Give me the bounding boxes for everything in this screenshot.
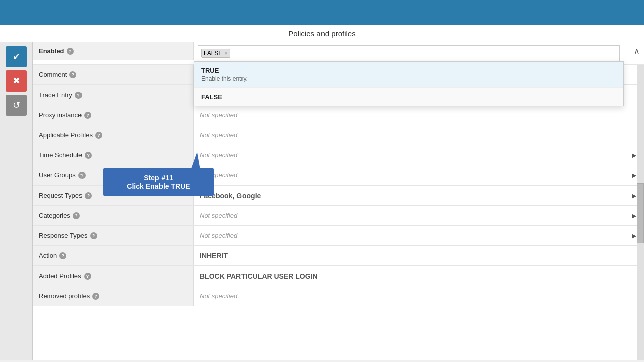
scrollbar-thumb[interactable] xyxy=(637,183,644,243)
response-types-value: Not specified ► xyxy=(194,226,644,245)
page-title: Policies and profiles xyxy=(288,29,355,38)
added-profiles-info-icon[interactable]: ? xyxy=(84,273,91,280)
dropdown-option-true[interactable]: TRUE Enable this entry. xyxy=(194,62,623,88)
proxy-instance-value: Not specified xyxy=(194,105,644,125)
user-groups-value: Not specified ► xyxy=(194,165,644,185)
enabled-row: Enabled ? FALSE × ∧ TRUE Enable this ent… xyxy=(33,42,644,65)
response-types-row: Response Types ? Not specified ► xyxy=(33,226,644,246)
time-schedule-value: Not specified ► xyxy=(194,145,644,165)
action-label: Action ? xyxy=(33,246,194,265)
action-row: Action ? INHERIT xyxy=(33,246,644,266)
tooltip-action: Click Enable TRUE xyxy=(111,182,206,190)
action-value: INHERIT xyxy=(194,246,644,265)
collapse-icon[interactable]: ∧ xyxy=(634,46,640,56)
false-tag: FALSE × xyxy=(201,49,230,58)
top-bar xyxy=(0,0,644,25)
response-types-label: Response Types ? xyxy=(33,226,194,245)
trace-entry-label: Trace Entry ? xyxy=(33,85,194,105)
removed-profiles-info-icon[interactable]: ? xyxy=(92,293,99,300)
scrollbar[interactable] xyxy=(637,42,644,360)
removed-profiles-row: Removed profiles ? Not specified xyxy=(33,286,644,306)
applicable-profiles-row: Applicable Profiles ? Not specified xyxy=(33,125,644,145)
comment-info-icon[interactable]: ? xyxy=(69,71,76,78)
categories-value: Not specified ► xyxy=(194,206,644,225)
proxy-instance-info-icon[interactable]: ? xyxy=(84,112,91,119)
dropdown-option-false[interactable]: FALSE xyxy=(194,88,623,106)
enabled-dropdown: TRUE Enable this entry. FALSE xyxy=(194,61,624,106)
user-groups-info-icon[interactable]: ? xyxy=(78,172,86,179)
enabled-tag-input[interactable]: FALSE × xyxy=(198,45,620,61)
applicable-profiles-value: Not specified xyxy=(194,125,644,145)
cancel-button[interactable]: ✖ xyxy=(6,70,27,92)
time-schedule-info-icon[interactable]: ? xyxy=(85,152,92,159)
request-types-value: Facebook, Google ► xyxy=(194,186,644,205)
categories-label: Categories ? xyxy=(33,206,194,225)
time-schedule-row: Time Schedule ? Not specified ► xyxy=(33,145,644,165)
enabled-label: Enabled ? xyxy=(33,42,194,60)
save-button[interactable]: ✔ xyxy=(6,46,27,67)
added-profiles-row: Added Profiles ? BLOCK PARTICULAR USER L… xyxy=(33,266,644,286)
tooltip-step: Step #11 xyxy=(111,174,206,182)
sidebar: ✔ ✖ ↺ xyxy=(0,42,33,360)
enabled-value-container: FALSE × ∧ TRUE Enable this entry. FALSE xyxy=(194,42,644,64)
response-types-info-icon[interactable]: ? xyxy=(90,232,97,239)
option-true-value: TRUE xyxy=(201,67,616,74)
tooltip-box: Step #11 Click Enable TRUE xyxy=(103,168,214,196)
action-info-icon[interactable]: ? xyxy=(59,252,66,259)
removed-profiles-label: Removed profiles ? xyxy=(33,286,194,306)
applicable-profiles-label: Applicable Profiles ? xyxy=(33,125,194,145)
added-profiles-value: BLOCK PARTICULAR USER LOGIN xyxy=(194,266,644,286)
proxy-instance-row: Proxy instance ? Not specified xyxy=(33,105,644,125)
categories-info-icon[interactable]: ? xyxy=(73,212,80,219)
content-area: Enabled ? FALSE × ∧ TRUE Enable this ent… xyxy=(33,42,644,360)
option-true-desc: Enable this entry. xyxy=(201,75,616,82)
request-types-info-icon[interactable]: ? xyxy=(85,192,92,199)
proxy-instance-label: Proxy instance ? xyxy=(33,105,194,125)
tag-close-btn[interactable]: × xyxy=(224,50,227,56)
removed-profiles-value: Not specified xyxy=(194,286,644,306)
reset-button[interactable]: ↺ xyxy=(6,95,27,116)
page-title-bar: Policies and profiles xyxy=(0,25,644,42)
trace-entry-info-icon[interactable]: ? xyxy=(75,92,82,99)
enabled-info-icon[interactable]: ? xyxy=(67,48,74,55)
applicable-profiles-info-icon[interactable]: ? xyxy=(95,132,102,139)
enabled-search-input[interactable] xyxy=(232,50,616,57)
categories-row: Categories ? Not specified ► xyxy=(33,206,644,226)
comment-label: Comment ? xyxy=(33,65,194,84)
added-profiles-label: Added Profiles ? xyxy=(33,266,194,286)
time-schedule-label: Time Schedule ? xyxy=(33,145,194,165)
